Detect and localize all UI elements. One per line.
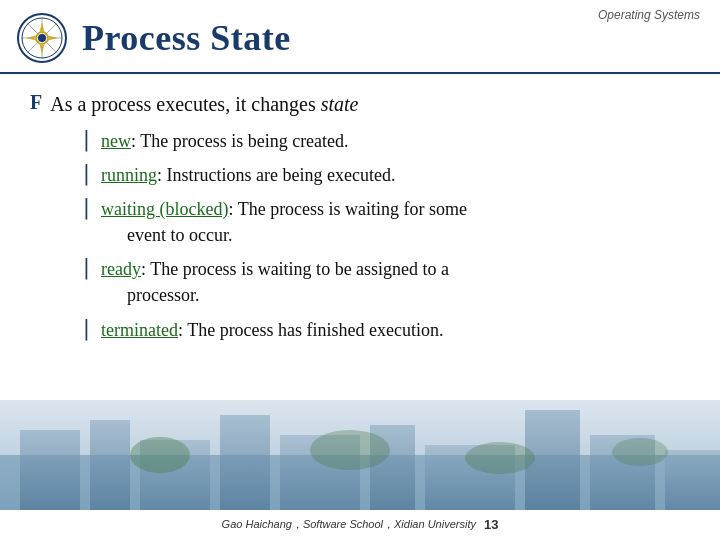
sub-bullet-symbol: ⎢: [84, 164, 93, 186]
svg-point-27: [465, 442, 535, 474]
slide: Process State Operating Systems F As a p…: [0, 0, 720, 540]
sub-item-text-running: running: Instructions are being executed…: [101, 162, 395, 188]
main-bullet-item: F As a process executes, it changes stat…: [30, 90, 690, 118]
list-item: ⎢ running: Instructions are being execut…: [84, 162, 690, 188]
svg-point-25: [130, 437, 190, 473]
list-item: ⎢ ready: The process is waiting to be as…: [84, 256, 690, 308]
svg-point-28: [612, 438, 668, 466]
svg-rect-24: [665, 450, 720, 510]
svg-rect-18: [220, 415, 270, 510]
svg-point-26: [310, 430, 390, 470]
page-title: Process State: [82, 17, 291, 59]
svg-point-12: [39, 35, 45, 41]
footer-text: Gao Haichang，Software School，Xidian Univ…: [222, 517, 476, 532]
list-item: ⎢ new: The process is being created.: [84, 128, 690, 154]
sub-item-text-ready: ready: The process is waiting to be assi…: [101, 256, 449, 308]
header: Process State Operating Systems: [0, 0, 720, 74]
sub-item-text-waiting: waiting (blocked): The process is waitin…: [101, 196, 467, 248]
list-item: ⎢ terminated: The process has finished e…: [84, 317, 690, 343]
sub-item-text-terminated: terminated: The process has finished exe…: [101, 317, 444, 343]
svg-rect-15: [20, 430, 80, 510]
page-number: 13: [484, 517, 498, 532]
sub-bullet-symbol: ⎢: [84, 319, 93, 341]
sub-bullet-symbol: ⎢: [84, 258, 93, 280]
background-image: [0, 400, 720, 510]
university-logo: [16, 12, 68, 64]
content-area: F As a process executes, it changes stat…: [0, 74, 720, 361]
sub-item-text-new: new: The process is being created.: [101, 128, 349, 154]
svg-rect-16: [90, 420, 130, 510]
main-bullet-text: As a process executes, it changes state: [50, 90, 358, 118]
sub-list: ⎢ new: The process is being created. ⎢ r…: [30, 128, 690, 343]
sub-bullet-symbol: ⎢: [84, 198, 93, 220]
main-bullet-symbol: F: [30, 91, 42, 114]
list-item: ⎢ waiting (blocked): The process is wait…: [84, 196, 690, 248]
sub-bullet-symbol: ⎢: [84, 130, 93, 152]
footer: Gao Haichang，Software School，Xidian Univ…: [0, 517, 720, 532]
course-label: Operating Systems: [598, 8, 700, 22]
